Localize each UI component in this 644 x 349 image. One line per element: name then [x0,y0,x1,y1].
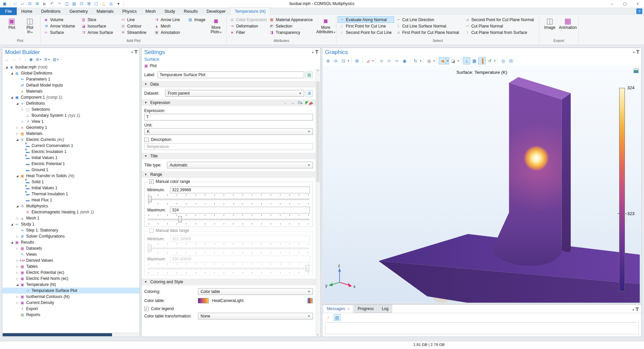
undo-icon[interactable]: ↶ [49,1,55,7]
expander-icon[interactable]: ◢ [4,66,9,69]
tree-item-electric-field-norm-ec[interactable]: ▷▣Electric Field Norm (ec) [2,276,140,282]
prev-expression-icon[interactable]: ← [283,100,287,105]
color-min-slider[interactable] [147,196,310,202]
table-messages-icon[interactable]: ▤ [334,314,340,321]
run-icon[interactable]: ▶ [41,1,48,7]
show-icon[interactable]: ◉ [29,57,33,62]
tree-item-definitions[interactable]: ◢≡Definitions [2,100,140,106]
tab-physics[interactable]: Physics [118,7,141,15]
transparency-toggle-icon-caret[interactable]: ▾ [457,59,459,62]
description-checkbox[interactable] [144,138,149,142]
color-table-swatch[interactable] [198,298,209,303]
expander-icon[interactable]: ◢ [15,283,19,286]
tree-item-results[interactable]: ◢▣Results [2,239,140,245]
minimize-button[interactable]: – [606,0,619,7]
panel-menu-caret-icon[interactable]: ▾ [312,51,314,54]
tree-item-default-model-inputs[interactable]: ⇄Default Model Inputs [2,82,140,88]
vertical-scrollbar[interactable]: ∧ ∨ [316,69,320,336]
tree-item-initial-values-1[interactable]: ▬DInitial Values 1 [2,155,140,161]
first-point-for-cut-line-button[interactable]: ∕First Point for Cut Line [338,23,394,29]
zoom-extents-icon[interactable]: ⊞ [353,57,361,64]
scrollbar-thumb[interactable] [316,82,320,182]
more-attributes-button[interactable]: ■MoreAttributes▾ [317,16,335,35]
tab-geometry[interactable]: Geometry [65,7,92,15]
pin-icon[interactable] [136,51,137,54]
expander-icon[interactable]: ◢ [10,96,14,99]
tree-item-electric-potential-ec[interactable]: ▷▣Electric Potential (ec) [2,269,140,276]
open-icon[interactable]: ▱ [19,1,26,7]
tree-item-selections[interactable]: ▷◫Selections [2,106,140,112]
duplicate-icon[interactable]: ⊡ [78,1,85,7]
arrow-volume-button[interactable]: ⇉Arrow Volume [42,23,79,29]
tab-log[interactable]: Log [378,305,392,313]
view-yz-icon[interactable]: yz [385,57,393,64]
animation-button[interactable]: ▦Animation [559,16,577,30]
tree-item-solver-configurations[interactable]: ▷≣Solver Configurations [2,233,140,239]
arrow-surface-button[interactable]: ⇉Arrow Surface [79,29,119,36]
next-expression-icon[interactable]: → [290,100,294,105]
evaluate-along-normal-button[interactable]: ⇀Evaluate Along Normal [338,16,394,23]
zoom-box-icon-caret[interactable]: ▾ [347,59,350,62]
app-icon[interactable]: ▣ [1,1,8,7]
tab-developer[interactable]: Developer [202,7,230,15]
streamline-button[interactable]: ≋Streamline [119,29,153,36]
scrollbar-thumb[interactable] [3,333,112,336]
tab-study[interactable]: Study [160,7,179,15]
tree-item-mesh-1[interactable]: ▷▲Mesh 1 [2,215,140,221]
tree-item-solid-1[interactable]: ▬DSolid 1 [2,179,140,185]
paste-icon[interactable]: ▤ [71,1,77,7]
second-point-for-cut-line-button[interactable]: ∕Second Point for Cut Line [338,29,394,36]
view-xz-icon[interactable]: xz [393,57,400,64]
transform-select[interactable]: None▼ [198,313,313,319]
tree-item-parameters-1[interactable]: PiParameters 1 [2,76,140,82]
image-button[interactable]: ▨Image [186,16,207,23]
section-expression[interactable]: ▼ Expression ← → ⊡▾ ◤◢▾ [142,99,316,106]
tab-temperature-ht[interactable]: Temperature (ht) [230,7,270,15]
graphics-canvas[interactable]: z x y Surface: Temperature (K) 324 323 [323,66,641,303]
dataset-select[interactable]: From parent▼ [165,90,304,97]
plot-button[interactable]: ▣ Plot [142,62,172,69]
go-to-source-button[interactable]: ≣ [306,90,313,97]
tree-item-component-1[interactable]: ◢▣Component 1(comp 1) [2,94,140,100]
tree-item-materials[interactable]: ●Materials [2,88,140,94]
tree-item-tempurature-surface-plot[interactable]: ▱Tempurature Surface Plot [2,288,140,294]
color-max-input[interactable]: 324 [170,207,310,213]
cut-line-direction-button[interactable]: ⇀Cut Line Direction [394,16,463,23]
tree-item-multiphysics[interactable]: ◢⁂Multiphysics [2,203,140,209]
select-box-icon[interactable]: ▢ [93,1,100,7]
panel-menu-caret-icon[interactable]: ▾ [633,51,635,54]
slider-thumb[interactable] [148,196,152,202]
cut-plane-normal-button[interactable]: ⇀Cut Plane Normal [463,23,538,29]
surface-button[interactable]: ▱Surface [42,29,79,36]
horizontal-scrollbar[interactable] [3,333,139,336]
update-plot-icon[interactable]: ↺ [486,57,493,64]
tree-item-step-1-stationary[interactable]: ≃Step 1: Stationary [2,227,140,233]
mesh-button[interactable]: ▲Mesh [153,23,186,29]
cut-plane-normal-from-surface-button[interactable]: ∖Cut Plane Normal from Surface [463,29,538,36]
customize-caret[interactable]: ▾ [115,1,122,7]
expander-icon[interactable]: ▷ [15,132,19,135]
tree-item-study-1[interactable]: ◢∞Study 1 [2,221,140,227]
default-view-icon[interactable]: ⊿ [364,57,372,64]
description-input[interactable]: Temperature [144,143,313,150]
color-legend-checkbox[interactable]: ✓ [144,307,149,311]
first-point-for-cut-plane-normal-button[interactable]: ⊿First Point for Cut Plane Normal [394,29,463,36]
select-mode-icon[interactable]: ◀ [439,57,446,64]
tree-item-busbar-mph[interactable]: ◢◈busbar.mph(root) [2,64,140,70]
panel-menu-caret-icon[interactable]: ▾ [632,308,634,311]
deformation-button[interactable]: ⇝Deformation [228,23,268,29]
tab-file[interactable]: File [0,7,17,15]
insert-expression-icon[interactable]: ⊡▾ [298,100,302,105]
annotation-button[interactable]: ▣Annotation [153,29,186,36]
slice-button[interactable]: ▥Slice [79,16,119,23]
tree-item-heat-transfer-in-solids[interactable]: ◢▣Heat Transfer in Solids(ht) [2,173,140,179]
move-up-icon[interactable]: ↑ [19,57,21,62]
expander-icon[interactable]: ▷ [15,247,19,250]
plot-button[interactable]: ▣Plot [3,16,21,30]
expander-icon[interactable]: ◢ [10,72,14,75]
tree-item-electromagnetic-heating-1[interactable]: ↯Electromagnetic Heating 1(emh 1) [2,209,140,215]
expander-icon[interactable]: ◢ [10,223,14,226]
expander-icon[interactable]: ▷ [15,259,19,262]
expander-icon[interactable]: ▷ [15,301,19,304]
cut-line-surface-normal-button[interactable]: ∖Cut Line Surface Normal [394,23,463,29]
